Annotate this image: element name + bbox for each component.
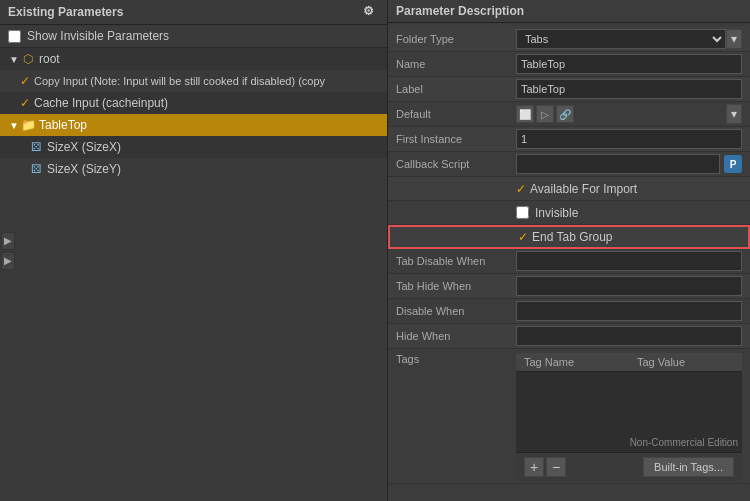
label-label: Label xyxy=(396,83,516,95)
input-disable-when[interactable] xyxy=(516,301,742,321)
param-row-disable-when: Disable When xyxy=(388,299,750,324)
param-row-tab-disable: Tab Disable When xyxy=(388,249,750,274)
label-callback: Callback Script xyxy=(396,158,516,170)
tree-label-sizex: SizeX (SizeX) xyxy=(47,140,383,154)
built-in-tags-button[interactable]: Built-in Tags... xyxy=(643,457,734,477)
label-first-instance: First Instance xyxy=(396,133,516,145)
select-arrow-folder-type[interactable]: ▾ xyxy=(726,29,742,49)
value-label xyxy=(516,79,742,99)
param-row-folder-type: Folder Type Tabs Simple ▾ xyxy=(388,27,750,52)
root-icon: ⬡ xyxy=(20,51,36,67)
tags-body: Non-Commercial Edition xyxy=(516,372,742,452)
tags-footer: + − Built-in Tags... xyxy=(516,452,742,481)
tree-toggle-root[interactable]: ▼ xyxy=(8,54,20,65)
param-row-name: Name xyxy=(388,52,750,77)
value-folder-type: Tabs Simple ▾ xyxy=(516,29,742,49)
tags-col-tag-name: Tag Name xyxy=(516,353,629,371)
param-row-default: Default ⬜ ▷ 🔗 ▾ xyxy=(388,102,750,127)
input-tab-disable[interactable] xyxy=(516,251,742,271)
add-tag-button[interactable]: + xyxy=(524,457,544,477)
param-row-label: Label xyxy=(388,77,750,102)
default-icon-3[interactable]: 🔗 xyxy=(556,105,574,123)
tree-label-cache-input: Cache Input (cacheinput) xyxy=(34,96,383,110)
checkbox-invisible[interactable] xyxy=(516,206,529,219)
default-icon-1[interactable]: ⬜ xyxy=(516,105,534,123)
label-tab-hide: Tab Hide When xyxy=(396,280,516,292)
value-tab-hide xyxy=(516,276,742,296)
show-invisible-label: Show Invisible Parameters xyxy=(27,29,169,43)
side-arrow-down[interactable]: ▶ xyxy=(1,252,15,270)
right-panel-header: Parameter Description xyxy=(388,0,750,23)
tree-toggle-tabletop[interactable]: ▼ xyxy=(8,120,20,131)
tags-col-tag-value: Tag Value xyxy=(629,353,742,371)
label-hide-when: Hide When xyxy=(396,330,516,342)
label-disable-when: Disable When xyxy=(396,305,516,317)
input-name[interactable] xyxy=(516,54,742,74)
input-hide-when[interactable] xyxy=(516,326,742,346)
check-icon-cache: ✓ xyxy=(20,96,30,110)
input-tab-hide[interactable] xyxy=(516,276,742,296)
side-arrow-up[interactable]: ▶ xyxy=(1,232,15,250)
show-invisible-checkbox[interactable] xyxy=(8,30,21,43)
param-icon-sizex: ⚄ xyxy=(28,139,44,155)
input-first-instance[interactable] xyxy=(516,129,742,149)
label-name: Name xyxy=(396,58,516,70)
left-panel: Existing Parameters ⚙ Show Invisible Par… xyxy=(0,0,388,501)
tree-item-sizey[interactable]: ⚄ SizeX (SizeY) xyxy=(0,158,387,180)
tree-label-root: root xyxy=(39,52,383,66)
label-available-for-import: Available For Import xyxy=(530,182,637,196)
tree-label-sizey: SizeX (SizeY) xyxy=(47,162,383,176)
param-icon-sizey: ⚄ xyxy=(28,161,44,177)
right-panel: Parameter Description Folder Type Tabs S… xyxy=(388,0,750,501)
check-end-tab-icon: ✓ xyxy=(518,230,528,244)
value-disable-when xyxy=(516,301,742,321)
tree-item-copy-input[interactable]: ✓ Copy Input (Note: Input will be still … xyxy=(0,70,387,92)
non-commercial-label: Non-Commercial Edition xyxy=(630,437,738,448)
label-end-tab-group-text: End Tab Group xyxy=(532,230,613,244)
param-table: Folder Type Tabs Simple ▾ Name xyxy=(388,23,750,501)
label-tab-disable: Tab Disable When xyxy=(396,255,516,267)
value-name xyxy=(516,54,742,74)
tree-item-cache-input[interactable]: ✓ Cache Input (cacheinput) xyxy=(0,92,387,114)
right-panel-title: Parameter Description xyxy=(396,4,524,18)
tags-buttons-left: + − xyxy=(524,457,566,477)
tree-area: ▼ ⬡ root ✓ Copy Input (Note: Input will … xyxy=(0,48,387,501)
gear-icon[interactable]: ⚙ xyxy=(363,4,379,20)
param-row-tab-hide: Tab Hide When xyxy=(388,274,750,299)
tree-item-sizex[interactable]: ⚄ SizeX (SizeX) xyxy=(0,136,387,158)
value-first-instance xyxy=(516,129,742,149)
param-row-end-tab-group: ✓ End Tab Group xyxy=(388,225,750,249)
tree-label-copy-input: Copy Input (Note: Input will be still co… xyxy=(34,75,383,87)
panel-header: Existing Parameters ⚙ xyxy=(0,0,387,25)
label-folder-type: Folder Type xyxy=(396,33,516,45)
input-label[interactable] xyxy=(516,79,742,99)
value-hide-when xyxy=(516,326,742,346)
remove-tag-button[interactable]: − xyxy=(546,457,566,477)
panel-title: Existing Parameters xyxy=(8,5,123,19)
value-tab-disable xyxy=(516,251,742,271)
tree-item-root[interactable]: ▼ ⬡ root xyxy=(0,48,387,70)
label-default: Default xyxy=(396,108,516,120)
check-icon-copy: ✓ xyxy=(20,74,30,88)
folder-icon-tabletop: 📁 xyxy=(20,117,36,133)
select-folder-type[interactable]: Tabs Simple xyxy=(516,29,726,49)
value-invisible: Invisible xyxy=(516,206,742,220)
param-row-available: ✓ Available For Import xyxy=(388,177,750,201)
tree-item-tabletop[interactable]: ▼ 📁 TableTop xyxy=(0,114,387,136)
param-row-tags: Tags Tag Name Tag Value Non-Commercial E… xyxy=(388,349,750,484)
default-icon-2[interactable]: ▷ xyxy=(536,105,554,123)
tags-table-header: Tag Name Tag Value xyxy=(516,353,742,372)
tree-label-tabletop: TableTop xyxy=(39,118,383,132)
show-invisible-row: Show Invisible Parameters xyxy=(0,25,387,48)
python-icon[interactable]: P xyxy=(724,155,742,173)
value-default: ⬜ ▷ 🔗 ▾ xyxy=(516,104,742,124)
label-invisible-text: Invisible xyxy=(535,206,578,220)
param-row-hide-when: Hide When xyxy=(388,324,750,349)
value-end-tab-group: ✓ End Tab Group xyxy=(518,230,740,244)
param-row-first-instance: First Instance xyxy=(388,127,750,152)
value-callback: P xyxy=(516,154,742,174)
value-available: ✓ Available For Import xyxy=(516,182,742,196)
input-callback[interactable] xyxy=(516,154,720,174)
default-select-arrow[interactable]: ▾ xyxy=(726,104,742,124)
param-row-callback: Callback Script P xyxy=(388,152,750,177)
